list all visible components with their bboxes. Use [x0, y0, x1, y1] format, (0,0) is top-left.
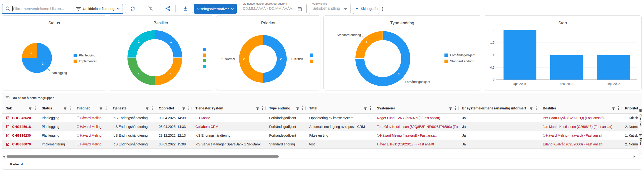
svg-text:Forhåndsgodkjent: Forhåndsgodkjent [405, 80, 430, 84]
svg-text:3: 3 [42, 62, 44, 65]
svg-text:2: 2 [493, 28, 494, 32]
svg-text:1: 1 [366, 41, 367, 44]
svg-text:2. Normal: 2. Normal [222, 57, 235, 61]
svg-text:1: 1 [138, 40, 140, 43]
svg-text:1.5: 1.5 [490, 41, 494, 44]
svg-text:1: 1 [493, 54, 494, 57]
svg-text:0.5: 0.5 [490, 66, 494, 69]
svg-text:Planlegging: Planlegging [50, 71, 67, 75]
svg-text:Implementeri...: Implementeri... [79, 59, 100, 63]
svg-text:1: 1 [30, 51, 32, 54]
svg-text:sep. 2022: sep. 2022 [606, 82, 620, 86]
svg-text:Standard endring: Standard endring [337, 33, 361, 37]
svg-text:des. 2022: des. 2022 [560, 82, 573, 86]
svg-text:apr. 2025: apr. 2025 [514, 82, 526, 86]
svg-text:Standard endring: Standard endring [450, 59, 474, 63]
svg-text:0: 0 [493, 78, 494, 81]
svg-text:1: 1 [138, 73, 140, 76]
svg-text:2: 2 [280, 57, 282, 61]
svg-text:2: 2 [243, 57, 245, 61]
svg-text:1. Kritisk: 1. Kritisk [291, 57, 303, 61]
svg-text:1: 1 [170, 40, 172, 43]
svg-text:1: 1 [170, 73, 172, 76]
svg-text:Planlegging: Planlegging [79, 54, 96, 57]
svg-text:Forhåndsgodkjent: Forhåndsgodkjent [450, 53, 475, 57]
svg-text:3: 3 [398, 73, 400, 76]
